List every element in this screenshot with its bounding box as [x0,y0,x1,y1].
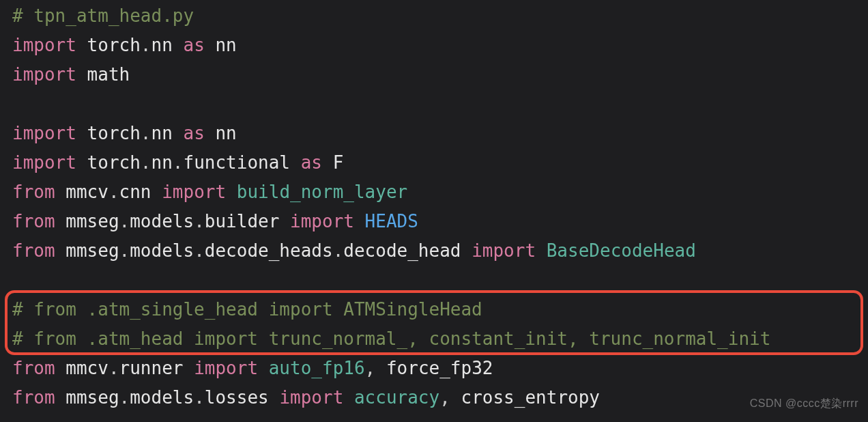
keyword-from: from [12,240,55,261]
module: mmseg [66,211,119,231]
module: losses [205,387,269,408]
space [450,387,461,408]
keyword-import: import [194,358,258,378]
keyword-import: import [12,123,76,143]
keyword-as: as [183,35,204,55]
dot: . [108,358,119,378]
code-line: from mmseg.models.builder import HEADS [12,211,418,231]
watermark: CSDN @cccc楚染rrrr [750,389,858,418]
dot: . [194,240,205,261]
dot: . [141,123,151,143]
module: cnn [119,182,151,202]
comment: # tpn_atm_head.py [12,5,194,26]
code-line: # tpn_atm_head.py [12,5,194,26]
code-line: from mmcv.cnn import build_norm_layer [12,182,407,202]
dot: . [141,152,151,173]
import-name: BaseDecodeHead [547,240,696,261]
dot: . [194,211,205,231]
code-line: # from .atm_single_head import ATMSingle… [12,299,482,320]
import-name: build_norm_layer [237,182,407,202]
code-line: from mmseg.models.decode_heads.decode_he… [12,240,696,261]
keyword-import: import [279,387,343,408]
module: nn [151,123,173,143]
code-line: # from .atm_head import trunc_normal_, c… [12,328,770,349]
space [375,358,386,378]
module: decode_head [343,240,461,261]
dot: . [173,152,184,173]
keyword-import: import [12,35,76,55]
keyword-from: from [12,182,55,202]
keyword-as: as [183,123,204,143]
code-line: from mmcv.runner import auto_fp16, force… [12,358,493,378]
alias: nn [215,35,236,55]
alias: F [333,152,344,173]
code-line: import torch.nn.functional as F [12,152,343,173]
dot: . [119,240,130,261]
module: nn [151,35,173,55]
dot: . [119,387,130,408]
comment: # from .atm_head import trunc_normal_, c… [12,328,770,349]
keyword-from: from [12,211,55,231]
module: mmcv [66,358,108,378]
import-name: auto_fp16 [269,358,365,378]
module: torch [87,123,141,143]
code-line: import torch.nn as nn [12,123,237,143]
module: math [87,64,130,85]
module: runner [119,358,184,378]
module: functional [183,152,290,173]
code-line: import math [12,64,130,85]
dot: . [141,35,151,55]
code-line: import torch.nn as nn [12,35,237,55]
import-name: HEADS [365,211,418,231]
module: models [130,387,194,408]
module: models [130,240,194,261]
code-line: from mmseg.models.losses import accuracy… [12,387,600,408]
import-name: accuracy [354,387,439,408]
keyword-from: from [12,358,55,378]
keyword-import: import [290,211,354,231]
keyword-as: as [301,152,322,173]
comma: , [439,387,450,408]
dot: . [194,387,205,408]
dot: . [119,211,130,231]
comment: # from .atm_single_head import ATMSingle… [12,299,482,320]
dot: . [333,240,344,261]
keyword-import: import [162,182,226,202]
module: decode_heads [205,240,333,261]
comma: , [365,358,376,378]
dot: . [108,182,119,202]
keyword-import: import [12,152,76,173]
code-block: # tpn_atm_head.py import torch.nn as nn … [0,0,868,412]
module: torch [87,152,141,173]
alias: nn [215,123,236,143]
keyword-from: from [12,387,55,408]
module: torch [87,35,141,55]
import-name: force_fp32 [386,358,493,378]
keyword-import: import [12,64,76,85]
import-name: cross_entropy [461,387,601,408]
module: models [130,211,194,231]
module: mmseg [66,387,119,408]
module: builder [205,211,280,231]
module: nn [151,152,173,173]
module: mmseg [66,240,119,261]
keyword-import: import [472,240,536,261]
module: mmcv [66,182,108,202]
